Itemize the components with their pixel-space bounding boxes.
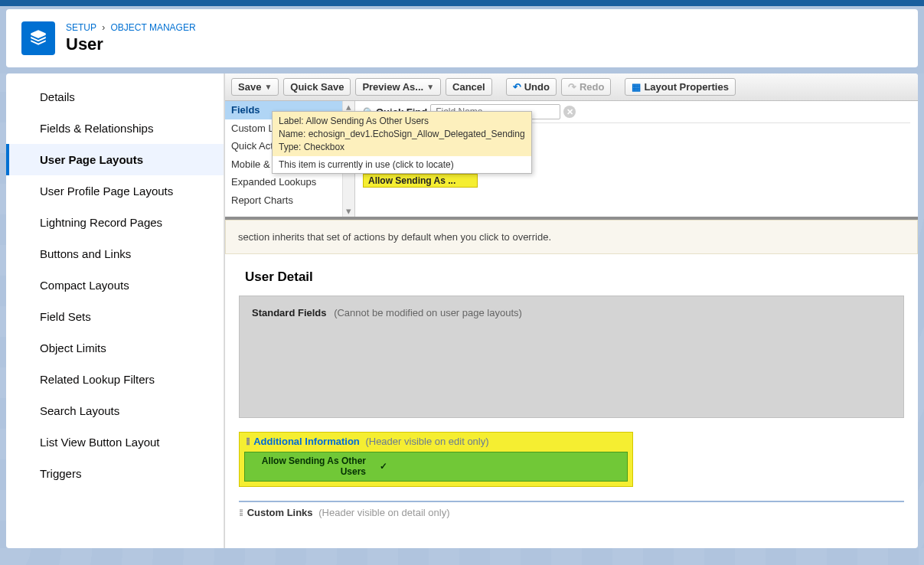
drag-grip-icon[interactable]: ⁞⁞ [239, 507, 242, 518]
breadcrumb-object-manager[interactable]: OBJECT MANAGER [110, 22, 195, 33]
sidebar-item-field-sets[interactable]: Field Sets [6, 301, 224, 332]
sidebar-item-lightning-record-pages[interactable]: Lightning Record Pages [6, 207, 224, 238]
palette-item-allow-sending[interactable]: Allow Sending As ... [363, 174, 478, 188]
sidebar-item-compact-layouts[interactable]: Compact Layouts [6, 269, 224, 301]
layout-properties-button[interactable]: Layout Properties [625, 78, 736, 96]
undo-button[interactable]: Undo [506, 78, 557, 96]
tooltip-note: This item is currently in use (click to … [273, 156, 531, 173]
sidebar-item-list-view-button-layout[interactable]: List View Button Layout [6, 426, 224, 458]
sidebar-item-buttons-and-links[interactable]: Buttons and Links [6, 238, 224, 269]
save-button[interactable]: Save▼ [231, 78, 279, 96]
override-note: section inherits that set of actions by … [225, 220, 918, 254]
tooltip-type: Checkbox [304, 142, 344, 152]
sidebar: Details Fields & Relationships User Page… [6, 73, 224, 548]
sidebar-item-user-page-layouts[interactable]: User Page Layouts [6, 144, 224, 175]
editor-toolbar: Save▼ Quick Save Preview As...▼ Cancel U… [225, 73, 918, 101]
checkmark-icon: ✓ [380, 461, 387, 472]
sidebar-item-fields-relationships[interactable]: Fields & Relationships [6, 113, 224, 144]
sidebar-item-related-lookup-filters[interactable]: Related Lookup Filters [6, 364, 224, 395]
redo-button[interactable]: Redo [561, 78, 612, 96]
standard-fields-section: Standard Fields (Cannot be modified on u… [239, 296, 904, 418]
breadcrumb: SETUP › OBJECT MANAGER [66, 22, 196, 33]
additional-section-title: Additional Information [253, 436, 360, 447]
custom-links-section[interactable]: ⁞⁞ Custom Links (Header visible on detai… [239, 501, 904, 518]
object-icon [21, 21, 55, 55]
cancel-button[interactable]: Cancel [446, 78, 492, 96]
drag-grip-icon[interactable]: ⁞⁞ [246, 436, 249, 447]
sidebar-item-search-layouts[interactable]: Search Layouts [6, 395, 224, 426]
additional-section-subtitle: (Header visible on edit only) [365, 436, 488, 447]
palette-cat-expanded-lookups[interactable]: Expanded Lookups [225, 173, 354, 191]
quick-save-button[interactable]: Quick Save [283, 78, 351, 96]
sidebar-item-details[interactable]: Details [6, 81, 224, 113]
field-allow-sending-as-other-users[interactable]: Allow Sending As Other Users ✓ [244, 452, 628, 482]
sidebar-item-triggers[interactable]: Triggers [6, 458, 224, 489]
palette-cat-report-charts[interactable]: Report Charts [225, 191, 354, 210]
tooltip-label: Allow Sending As Other Users [305, 116, 429, 126]
field-tooltip[interactable]: Label: Allow Sending As Other Users Name… [272, 111, 532, 174]
clear-search-icon[interactable]: ✕ [563, 106, 576, 118]
breadcrumb-setup[interactable]: SETUP [66, 22, 96, 33]
layout-editor: Save▼ Quick Save Preview As...▼ Cancel U… [224, 73, 918, 548]
object-name: User [66, 34, 196, 54]
page-header: SETUP › OBJECT MANAGER User [6, 9, 918, 67]
preview-as-button[interactable]: Preview As...▼ [355, 78, 441, 96]
sidebar-item-user-profile-page-layouts[interactable]: User Profile Page Layouts [6, 175, 224, 207]
user-detail-title: User Detail [245, 269, 904, 285]
scroll-down-icon[interactable]: ▾ [346, 205, 351, 217]
sidebar-item-object-limits[interactable]: Object Limits [6, 332, 224, 364]
additional-information-section[interactable]: ⁞⁞ Additional Information (Header visibl… [239, 432, 633, 487]
tooltip-name: echosign_dev1.EchoSign_Allow_Delegated_S… [309, 129, 525, 139]
